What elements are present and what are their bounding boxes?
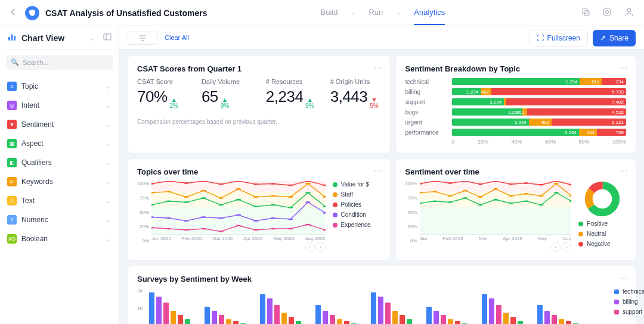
bar xyxy=(482,294,487,324)
kpi-value: 2,234 xyxy=(266,88,304,106)
kpi-delta: ▲9% xyxy=(221,97,229,109)
card-menu-icon[interactable]: ⋯ xyxy=(374,166,383,176)
copy-icon[interactable] xyxy=(578,5,593,21)
card-menu-icon[interactable]: ⋯ xyxy=(374,63,383,73)
svg-point-74 xyxy=(569,200,571,202)
next-button[interactable]: › xyxy=(316,242,326,252)
kpi-delta: ▲2% xyxy=(170,97,178,109)
next-button[interactable]: › xyxy=(562,242,571,252)
card-menu-icon[interactable]: ⋯ xyxy=(620,63,628,73)
kpi-value: 3,443 xyxy=(330,88,368,106)
prev-button[interactable]: ‹ xyxy=(305,242,315,252)
share-button[interactable]: ↗Share xyxy=(593,30,636,46)
card-title: Sentiment Breakdown by Topic xyxy=(405,64,626,73)
topic-label: technical xyxy=(405,79,447,85)
bar xyxy=(149,292,154,324)
chevron-down-icon: ⌄ xyxy=(106,120,112,129)
bar xyxy=(426,307,432,324)
main-content: Clear All ⛶Fullscreen ↗Share ⋯ CSAT Scor… xyxy=(119,26,644,324)
svg-point-85 xyxy=(569,195,571,197)
back-button[interactable] xyxy=(7,6,19,20)
svg-point-46 xyxy=(218,217,224,219)
filter-label: Numeric xyxy=(21,216,48,224)
filter-icon: I/O xyxy=(7,234,17,244)
legend-item: Positive xyxy=(578,220,626,227)
filter-item-boolean[interactable]: I/O Boolean ⌄ xyxy=(0,229,119,248)
clear-all-button[interactable]: Clear All xyxy=(165,34,189,42)
bar xyxy=(260,294,265,324)
bar xyxy=(163,303,169,324)
chart-view-label[interactable]: Chart View xyxy=(21,33,84,43)
chevron-down-icon[interactable]: ⌄ xyxy=(89,34,95,42)
sentiment-row: technical 1,234 211 234 xyxy=(405,78,626,85)
filter-item-text[interactable]: A Text ⌄ xyxy=(0,191,119,210)
filter-item-topic[interactable]: ≡ Topic ⌄ xyxy=(0,77,119,96)
svg-point-60 xyxy=(271,228,276,230)
svg-point-23 xyxy=(201,190,206,192)
tab-run[interactable]: Run xyxy=(369,1,383,25)
chevron-down-icon: ⌄ xyxy=(106,197,112,205)
svg-point-25 xyxy=(236,188,241,190)
tab-build[interactable]: Build xyxy=(321,1,338,25)
bar xyxy=(289,317,294,324)
fullscreen-icon: ⛶ xyxy=(537,34,544,42)
filter-item-sentiment[interactable]: ♥ Sentiment ⌄ xyxy=(0,115,119,134)
filter-icon xyxy=(139,35,146,41)
bar-group xyxy=(537,288,578,324)
svg-point-17 xyxy=(288,207,293,208)
svg-point-11 xyxy=(184,201,189,203)
topic-label: urgent xyxy=(405,119,447,126)
bar-group xyxy=(426,288,467,324)
filter-icon: 🏷 xyxy=(7,177,17,186)
svg-point-48 xyxy=(253,220,259,222)
search-placeholder: Search... xyxy=(23,59,49,66)
kpi-label: # Resources xyxy=(266,78,316,85)
legend-item: Value for $ xyxy=(333,181,380,188)
chevron-down-icon: ⌄ xyxy=(106,82,112,91)
card-menu-icon[interactable]: ⋯ xyxy=(620,166,628,176)
svg-point-28 xyxy=(288,196,293,198)
filter-icon: ◧ xyxy=(7,158,17,167)
filter-icon: A xyxy=(7,196,17,205)
svg-point-38 xyxy=(271,183,276,185)
filter-label: Keywords xyxy=(21,177,53,186)
filter-item-intent[interactable]: ◎ Intent ⌄ xyxy=(0,96,119,115)
sentiment-row: support 3,234 7,402 xyxy=(405,98,626,105)
filter-item-aspect[interactable]: ▦ Aspect ⌄ xyxy=(0,134,119,153)
card-menu-icon[interactable]: ⋯ xyxy=(620,273,628,283)
breadcrumb-separator: › xyxy=(352,9,354,17)
svg-point-47 xyxy=(236,214,241,216)
fullscreen-button[interactable]: ⛶Fullscreen xyxy=(529,30,588,46)
settings-icon[interactable] xyxy=(600,5,614,21)
svg-point-10 xyxy=(166,200,172,202)
filter-item-keywords[interactable]: 🏷 Keywords ⌄ xyxy=(0,172,119,191)
filter-item-qualifiers[interactable]: ◧ Qualifiers ⌄ xyxy=(0,153,119,172)
svg-point-54 xyxy=(166,228,172,230)
panel-toggle-icon[interactable] xyxy=(103,33,112,43)
search-input[interactable]: 🔍 Search... xyxy=(6,55,113,70)
tab-analytics[interactable]: Analytics xyxy=(414,1,445,25)
chevron-down-icon: ⌄ xyxy=(106,235,112,243)
user-icon[interactable] xyxy=(621,4,637,21)
filter-item-numeric[interactable]: # Numeric ⌄ xyxy=(0,210,119,229)
svg-point-57 xyxy=(218,230,224,232)
bar xyxy=(489,298,494,324)
kpi-delta: ▲9% xyxy=(305,97,314,109)
svg-point-52 xyxy=(323,212,325,214)
app-logo xyxy=(25,6,39,20)
filter-icon: ≡ xyxy=(7,82,17,91)
filter-button[interactable] xyxy=(128,32,157,45)
bar-group xyxy=(260,288,301,324)
card-title: Topics over time xyxy=(137,167,380,176)
svg-point-51 xyxy=(305,201,311,203)
bar xyxy=(378,297,383,324)
prev-button[interactable]: ‹ xyxy=(551,242,561,252)
svg-point-44 xyxy=(184,220,189,222)
sentiment-row: billing 1,234 462 5,733 xyxy=(405,88,626,95)
svg-point-66 xyxy=(448,201,453,203)
svg-rect-4 xyxy=(8,37,10,40)
svg-point-79 xyxy=(478,196,483,198)
card-surveys-by-sentiment: ⋯ Surveys by Sentiment by Week 2K1K0 Jan… xyxy=(128,266,636,324)
legend-item: support xyxy=(614,309,644,315)
sentiment-row: bugs 3,234 211 4,533 xyxy=(405,108,626,116)
